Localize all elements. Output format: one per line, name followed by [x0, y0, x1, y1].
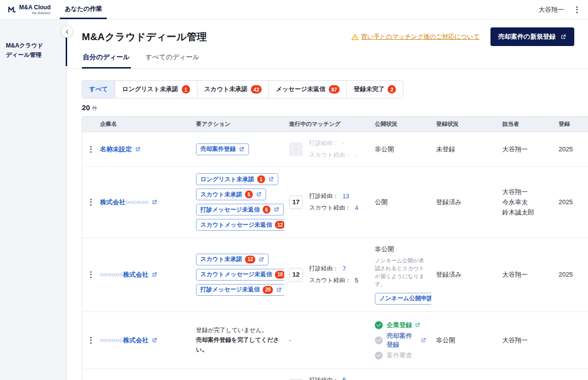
count-badge: 2 [388, 85, 396, 94]
row-menu-button[interactable] [87, 197, 94, 208]
filter-chip-registration-incomplete[interactable]: 登録未完了 2 [346, 81, 403, 98]
app-root: M&A Cloud for Advisor あなたの作業 大谷翔一 M&Aクラウ… [0, 0, 588, 380]
action-label: スカウト未承諾 [200, 255, 242, 263]
body-layout: M&Aクラウド ディール管理 M&Aクラウドディール管理 [0, 20, 588, 380]
topnav-tab-your-work[interactable]: あなたの作業 [60, 0, 107, 19]
count-badge: 1 [182, 85, 190, 94]
external-link-icon [268, 176, 274, 182]
deal-tabs: 自分のディール すべてのディール [67, 53, 588, 69]
company-name: 株式会社○○○○○○ [100, 198, 148, 207]
filter-chip-message-unreplied[interactable]: メッセージ未返信 87 [269, 81, 346, 98]
registration-incomplete-instruction: 売却案件登録を完了してください。 [196, 335, 279, 355]
chip-label: ロングリスト未承諾 [122, 85, 178, 94]
tab-all-deals[interactable]: すべてのディール [145, 53, 200, 68]
publication-status: 非公開 [375, 145, 394, 153]
count-badge: 12 [275, 221, 284, 229]
table-row: ○○○○○○株式会社 スカウト未承諾 12 [82, 369, 588, 380]
sale-deal-registration-link[interactable]: 売却案件登録 [387, 332, 426, 349]
scout-count-link[interactable]: 4 [355, 205, 358, 212]
row-menu-button[interactable] [87, 144, 94, 155]
logo-subtitle: for Advisor [32, 11, 50, 15]
user-name: 大谷翔一 [539, 5, 564, 14]
action-button[interactable]: 売却案件登録 [196, 143, 249, 155]
external-link-icon [256, 191, 262, 197]
inquiry-label: 打診経由： [309, 139, 339, 147]
company-link[interactable]: ○○○○○○株式会社 [100, 270, 157, 279]
filter-chip-longlist-pending[interactable]: ロングリスト未承諾 1 [115, 81, 196, 98]
result-count: 20 件 [82, 103, 588, 112]
matching-count: 17 [289, 195, 303, 209]
action-button[interactable]: スカウトメッセージ未返信 10 [196, 269, 284, 281]
company-name: ○○○○○○株式会社 [100, 336, 148, 345]
tab-my-deals[interactable]: 自分のディール [82, 53, 131, 69]
inquiry-count-link[interactable]: 13 [343, 193, 349, 200]
external-link-icon [560, 34, 566, 40]
matching-summary: 17 打診経由：13 スカウト経由：4 [289, 192, 365, 212]
action-label: 打診メッセージ未返信 [200, 285, 260, 294]
sidebar-item-deal-management[interactable]: M&Aクラウド ディール管理 [0, 36, 67, 64]
matching-summary: - 打診経由：- スカウト経由：- [289, 139, 365, 159]
company-link[interactable]: 株式会社○○○○○○ [100, 198, 157, 207]
chip-label: メッセージ未返信 [276, 85, 325, 94]
action-button[interactable]: スカウト未承諾 12 [196, 254, 269, 265]
inquiry-count: - [343, 140, 344, 147]
checklist-label: 売却案件登録 [387, 332, 418, 349]
registration-status: 未登録 [436, 145, 455, 153]
external-link-icon [258, 257, 264, 262]
company-registration-link[interactable]: 企業登録 [387, 321, 420, 330]
matching-guidance-link[interactable]: 買い手とのマッチング後のご対応について [351, 33, 480, 41]
column-header-publication: 公開状況 [370, 117, 431, 132]
publication-status: 公開 [375, 198, 388, 206]
column-header-registered: 登録 [554, 117, 588, 132]
owner-name: 大谷翔一 [502, 144, 549, 154]
count-badge: 5 [245, 190, 253, 198]
filter-chip-all[interactable]: すべて [82, 81, 115, 98]
logo: M&A Cloud for Advisor [0, 0, 52, 19]
action-button[interactable]: スカウト未承諾 5 [196, 189, 266, 200]
external-link-icon [239, 146, 245, 152]
new-sale-deal-button[interactable]: 売却案件の新規登録 [490, 27, 574, 46]
company-link[interactable]: 名称未設定 [100, 145, 141, 154]
logo-title: M&A Cloud [19, 4, 50, 10]
count-badge: 10 [275, 271, 284, 279]
matching-count: - [289, 142, 303, 156]
chevron-left-icon [64, 28, 71, 35]
scout-count: 5 [355, 277, 358, 284]
inquiry-count-link[interactable]: 6 [343, 377, 346, 380]
action-button[interactable]: 打診メッセージ未返信 20 [196, 284, 284, 296]
row-menu-button[interactable] [87, 335, 94, 346]
registration-checklist: 企業登録 売却案件登録 [375, 321, 426, 360]
filter-chip-scout-pending[interactable]: スカウト未承諾 42 [197, 81, 269, 98]
column-header-registration: 登録状況 [431, 117, 497, 132]
noname-publish-request-button[interactable]: ノンネーム公開申請 [375, 293, 431, 305]
inquiry-count-link[interactable]: 7 [343, 265, 346, 272]
kebab-menu-icon[interactable] [575, 4, 579, 15]
company-name: 名称未設定 [100, 145, 132, 154]
action-button[interactable]: ロングリスト未承諾 1 [196, 173, 278, 185]
logo-icon [8, 5, 16, 14]
owner-name: 鈴木誠太郎 [502, 207, 549, 217]
page-head: M&Aクラウドディール管理 買い手とのマッチング後のご対応について 売却案件の新… [82, 27, 588, 46]
checklist-item: 案件審査 [375, 351, 426, 360]
action-button[interactable]: スカウトメッセージ未返信 12 [196, 219, 284, 231]
action-button[interactable]: 打診メッセージ未返信 6 [196, 204, 284, 215]
check-done-icon [375, 321, 383, 329]
matching-summary: 10 打診経由：6 スカウト経由：4 [289, 376, 365, 380]
matching-empty: - [289, 336, 291, 344]
scout-label: スカウト経由： [309, 204, 351, 212]
company-link[interactable]: ○○○○○○株式会社 [100, 336, 157, 345]
checklist-item: 企業登録 [375, 321, 426, 330]
count-badge: 20 [263, 286, 273, 294]
count-badge: 87 [329, 85, 340, 94]
external-link-icon [151, 199, 157, 205]
sidebar-collapse-button[interactable] [61, 25, 73, 38]
filter-chip-group: すべて ロングリスト未承諾 1 スカウト未承諾 42 メッセージ未返信 87 [82, 80, 403, 98]
checklist-item: 売却案件登録 [375, 332, 426, 349]
check-todo-icon [375, 352, 383, 359]
publication-note: ノンネーム公開が承認されるとスカウトが届くようになります。 [375, 257, 426, 288]
sidebar: M&Aクラウド ディール管理 [0, 20, 67, 380]
new-sale-deal-label: 売却案件の新規登録 [498, 32, 556, 41]
row-menu-button[interactable] [87, 269, 94, 280]
count-badge: 42 [251, 85, 262, 94]
chip-label: スカウト未承諾 [204, 85, 248, 94]
